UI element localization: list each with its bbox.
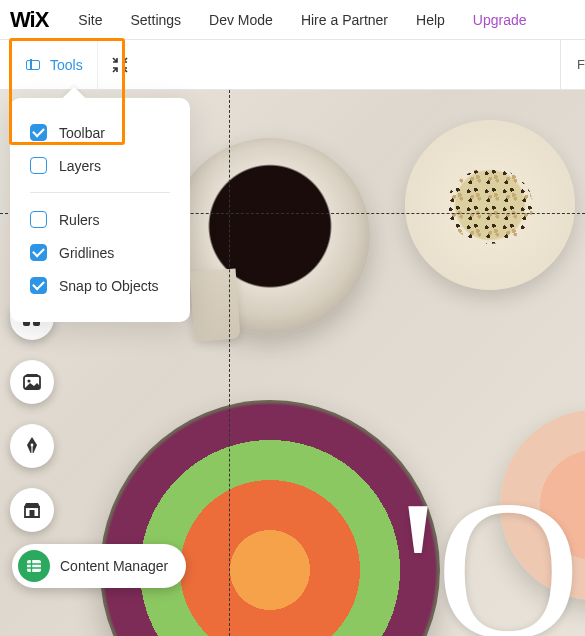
- media-button[interactable]: [10, 360, 54, 404]
- right-panel-peek[interactable]: F: [560, 40, 585, 90]
- svg-point-6: [31, 444, 34, 447]
- top-menu-bar: WiX Site Settings Dev Mode Hire a Partne…: [0, 0, 585, 40]
- image-bowl-soy: [170, 138, 370, 334]
- content-manager-button[interactable]: Content Manager: [12, 544, 186, 588]
- menu-help[interactable]: Help: [404, 6, 457, 34]
- tools-item-label: Toolbar: [59, 125, 105, 141]
- image-bowl-poke: [100, 400, 440, 636]
- tools-item-label: Rulers: [59, 212, 99, 228]
- svg-point-7: [26, 506, 29, 509]
- divider: [30, 192, 170, 193]
- my-business-button[interactable]: [10, 488, 54, 532]
- collapse-arrows-icon[interactable]: [102, 40, 138, 90]
- checkbox-rulers[interactable]: [30, 211, 47, 228]
- menu-site[interactable]: Site: [66, 6, 114, 34]
- menu-hire-partner[interactable]: Hire a Partner: [289, 6, 400, 34]
- image-bowl-sesame: [405, 120, 575, 290]
- image-icon: [21, 371, 43, 393]
- svg-rect-11: [30, 510, 35, 517]
- svg-point-5: [27, 379, 30, 382]
- database-icon: [18, 550, 50, 582]
- svg-point-8: [29, 506, 32, 509]
- checkbox-toolbar[interactable]: [30, 124, 47, 141]
- checkbox-snap[interactable]: [30, 277, 47, 294]
- left-sidebar-tools: [10, 296, 54, 532]
- svg-rect-12: [27, 560, 41, 572]
- tools-item-rulers[interactable]: Rulers: [10, 203, 190, 236]
- menu-dev-mode[interactable]: Dev Mode: [197, 6, 285, 34]
- checkbox-layers[interactable]: [30, 157, 47, 174]
- tools-item-label: Gridlines: [59, 245, 114, 261]
- pen-tool-button[interactable]: [10, 424, 54, 468]
- wix-logo[interactable]: WiX: [10, 7, 48, 33]
- menu-upgrade[interactable]: Upgrade: [461, 6, 539, 34]
- menu-settings[interactable]: Settings: [118, 6, 193, 34]
- tools-item-snap[interactable]: Snap to Objects: [10, 269, 190, 302]
- tools-dropdown: Toolbar Layers Rulers Gridlines Snap to …: [10, 98, 190, 322]
- svg-point-10: [36, 506, 39, 509]
- tools-label: Tools: [50, 57, 83, 73]
- gridline-vertical: [229, 90, 230, 636]
- tools-item-label: Snap to Objects: [59, 278, 159, 294]
- tools-item-label: Layers: [59, 158, 101, 174]
- tools-item-gridlines[interactable]: Gridlines: [10, 236, 190, 269]
- svg-point-9: [33, 506, 36, 509]
- store-icon: [21, 499, 43, 521]
- pen-nib-icon: [21, 435, 43, 457]
- tools-item-layers[interactable]: Layers: [10, 149, 190, 182]
- editor-toolbar: Tools F: [0, 40, 585, 90]
- layout-icon: [26, 60, 40, 70]
- image-bowl-shrimp: [500, 410, 585, 600]
- tools-dropdown-trigger[interactable]: Tools: [12, 40, 98, 90]
- checkbox-gridlines[interactable]: [30, 244, 47, 261]
- tools-item-toolbar[interactable]: Toolbar: [10, 116, 190, 149]
- content-manager-label: Content Manager: [60, 558, 168, 574]
